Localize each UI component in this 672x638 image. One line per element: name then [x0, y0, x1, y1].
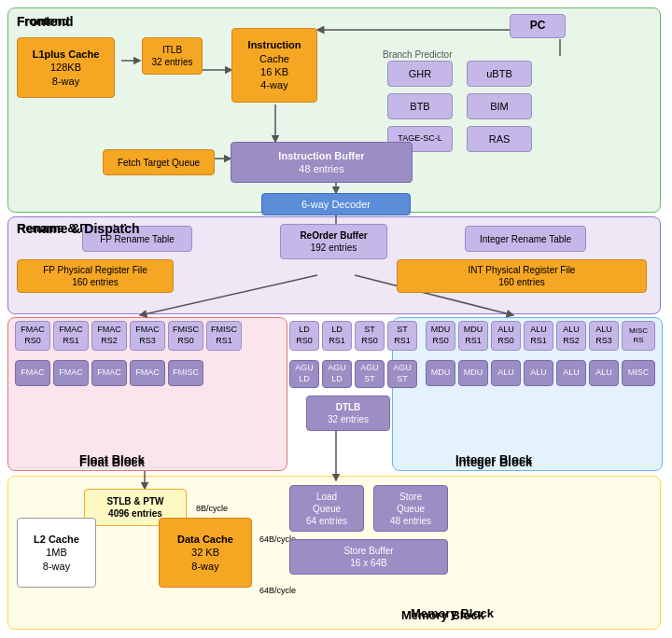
- alu-rs2-box: ALU RS2: [556, 321, 586, 351]
- itlb-box: ITLB 32 entries: [142, 37, 203, 75]
- st-rs1-box: ST RS1: [387, 321, 417, 351]
- agu-ld1-box: AGU LD: [322, 360, 352, 388]
- memory-title: Memory Block: [401, 608, 484, 622]
- alu1-box: ALU: [524, 360, 553, 386]
- mdu1-box: MDU: [458, 360, 488, 386]
- branch-predictor-label: Branch Predictor: [383, 49, 452, 60]
- alu-rs3-box: ALU RS3: [589, 321, 619, 351]
- btb-box: BTB: [387, 93, 453, 119]
- misc-eu-box: MISC: [622, 360, 655, 386]
- 8b-cycle-label: 8B/cycle: [196, 504, 228, 513]
- alu-rs0-box: ALU RS0: [491, 321, 521, 351]
- st-rs0-box: ST RS0: [355, 321, 385, 351]
- fmisc-rs1-box: FMISC RS1: [206, 321, 242, 351]
- ubtb-box: uBTB: [467, 61, 532, 87]
- agu-st0-box: AGU ST: [355, 360, 385, 388]
- ftq-box: Fetch Target Queue: [103, 149, 215, 175]
- mdu-rs1-box: MDU RS1: [458, 321, 488, 351]
- sbuf-box: Store Buffer 16 x 64B: [289, 539, 448, 575]
- rename-title: Rename & Dispatch: [17, 221, 139, 236]
- int-prf-box: INT Physical Register File 160 entries: [397, 259, 647, 293]
- alu-rs1-box: ALU RS1: [524, 321, 553, 351]
- fmac-rs1-box: FMAC RS1: [53, 321, 89, 351]
- icache-box: Instruction Cache 16 KB 4-way: [231, 28, 317, 103]
- sq-box: Store Queue 48 entries: [373, 485, 448, 532]
- fmac-rs0-box: FMAC RS0: [15, 321, 50, 351]
- lq-box: Load Queue 64 entries: [289, 485, 364, 532]
- frontend-title: Frontend: [17, 14, 74, 29]
- agu-st1-box: AGU ST: [387, 360, 417, 388]
- rob-box: ReOrder Buffer 192 entries: [280, 224, 387, 259]
- ghr-box: GHR: [387, 61, 453, 87]
- alu0-box: ALU: [491, 360, 521, 386]
- 64b-cycle2-label: 64B/cycle: [259, 586, 296, 595]
- ld-rs1-box: LD RS1: [322, 321, 352, 351]
- ibuf-box: Instruction Buffer 48 entries: [231, 142, 413, 183]
- fmac-rs3-box: FMAC RS3: [130, 321, 165, 351]
- float-title: Float Block: [79, 455, 145, 469]
- pc-box: PC: [510, 14, 566, 38]
- fp-prf-box: FP Physical Register File 160 entries: [17, 259, 174, 293]
- int-rename-box: Integer Rename Table: [465, 226, 586, 252]
- bim-box: BIM: [467, 93, 532, 119]
- fmac-rs2-box: FMAC RS2: [91, 321, 127, 351]
- l1plus-box: L1plus Cache 128KB 8-way: [17, 37, 115, 98]
- fmac2-box: FMAC: [91, 360, 127, 386]
- alu2-box: ALU: [556, 360, 586, 386]
- misc-rs-box: MISC RS: [622, 321, 655, 351]
- fmac0-box: FMAC: [15, 360, 50, 386]
- fmisc-box: FMISC: [168, 360, 203, 386]
- fmisc-rs0-box: FMISC RS0: [168, 321, 203, 351]
- mdu0-box: MDU: [426, 360, 455, 386]
- dtlb-box: DTLB 32 entries: [306, 395, 390, 431]
- dcache-box: Data Cache 32 KB 8-way: [159, 518, 252, 588]
- fmac3-box: FMAC: [130, 360, 165, 386]
- decoder-box: 6-way Decoder: [261, 193, 411, 215]
- l2cache-box: L2 Cache 1MB 8-way: [17, 518, 96, 588]
- ras-box: RAS: [467, 126, 532, 152]
- mdu-rs0-box: MDU RS0: [426, 321, 455, 351]
- alu3-box: ALU: [589, 360, 619, 386]
- integer-title: Integer Block: [455, 455, 532, 469]
- diagram: Frontend Rename & Dispatch Float Block I…: [0, 0, 672, 638]
- ld-rs0-box: LD RS0: [289, 321, 319, 351]
- fmac1-box: FMAC: [53, 360, 89, 386]
- agu-ld0-box: AGU LD: [289, 360, 319, 388]
